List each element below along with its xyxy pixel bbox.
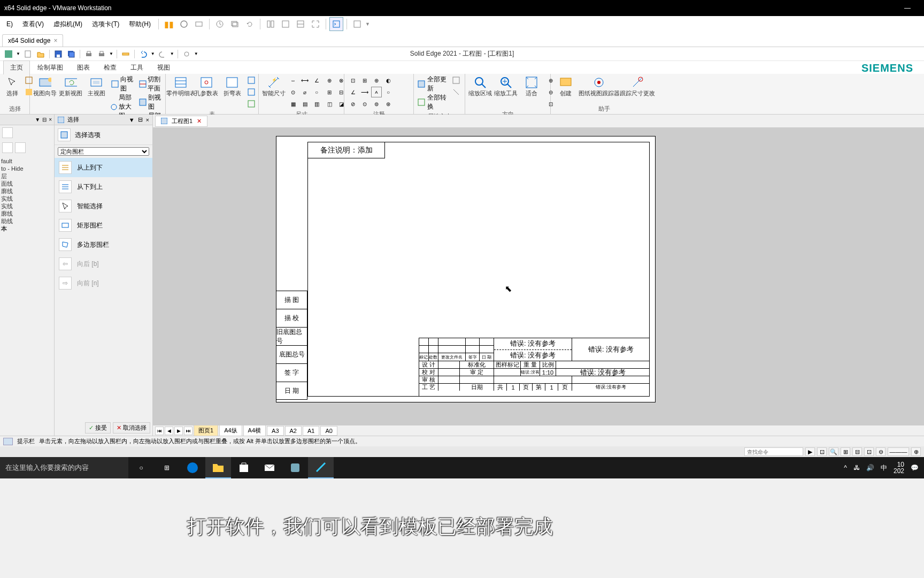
ann8-icon[interactable]: ○ [383,87,394,97]
tab-view[interactable]: 视图 [151,61,176,74]
app1-icon[interactable] [282,457,308,478]
dim8-icon[interactable]: ▤ [299,98,310,109]
update-views-button[interactable]: 更新视图 [59,75,82,97]
solidedge-icon[interactable] [308,457,334,478]
mail-icon[interactable] [257,457,282,478]
taskview-icon[interactable]: ⊞ [154,457,180,478]
tbl2-icon[interactable] [246,87,257,97]
sb5-icon[interactable]: ⊟ [852,447,862,456]
menu-help[interactable]: 帮助(H) [125,18,155,31]
sb7-icon[interactable]: ⊖ [876,447,886,456]
view1-icon[interactable] [264,17,278,31]
next-icon[interactable]: ▶ [174,427,183,435]
command-search[interactable] [744,447,803,456]
ime-indicator[interactable]: 中 [881,463,887,473]
sb-slider[interactable]: ——— [888,447,909,456]
sb8-icon[interactable]: ⊕ [911,447,921,456]
tab-inspect[interactable]: 检查 [97,61,123,74]
view2-icon[interactable] [279,17,292,31]
drawing-canvas[interactable]: 备注说明：添加 描 图 描 校 旧底图总号 底图总号 签 字 日 期 [153,127,924,425]
lp-tool2[interactable] [2,142,13,153]
menu-vm[interactable]: 虚拟机(M) [49,18,87,31]
sel-top-down[interactable]: 从上到下 [55,158,152,177]
tab-sketch[interactable]: 绘制草图 [31,61,70,74]
new-icon[interactable] [22,49,33,59]
sel-rect[interactable]: 矩形围栏 [55,216,152,235]
first-icon[interactable]: ⏮ [155,427,164,435]
menu-tabs[interactable]: 选项卡(T) [88,18,124,31]
notifications-icon[interactable]: 💬 [911,464,919,471]
cancel-button[interactable]: ✕取消选择 [113,422,150,434]
pt2-icon[interactable] [451,87,461,97]
ann9-icon[interactable]: ⊘ [348,98,358,109]
edge-icon[interactable] [180,457,205,478]
dim12-icon[interactable]: ⊞ [324,87,335,97]
taskbar-search[interactable]: 在这里输入你要搜索的内容 [0,457,128,478]
view3-icon[interactable] [294,17,307,31]
fit-button[interactable]: 适合 [520,75,543,97]
hole-table-button[interactable]: 孔参数表 [195,75,218,97]
aux-view-button[interactable]: 向视图 [110,75,137,93]
ann10-icon[interactable]: ⊙ [359,98,370,109]
pt1-icon[interactable] [451,75,461,86]
print-icon[interactable] [83,49,94,59]
feature-tree[interactable]: faultto - Hide层 面线廓线 实线实线 廓线助线本 [0,155,54,234]
tab-home[interactable]: 主页 [3,60,30,74]
dim10-icon[interactable]: ⊕ [324,75,335,86]
prev-icon[interactable]: ◀ [165,427,173,435]
save-all-icon[interactable] [66,49,76,59]
close-icon[interactable]: ✕ [197,118,202,125]
sheet-tab-a4v[interactable]: A4纵 [219,425,242,436]
close-icon[interactable]: × [146,117,149,123]
open-icon[interactable] [35,49,46,59]
ann6-icon[interactable]: ⟶ [359,87,370,97]
save-icon[interactable] [53,49,64,59]
redo-icon[interactable] [157,49,168,59]
lp-tool3[interactable] [15,142,26,153]
console-icon[interactable] [329,17,343,31]
last-icon[interactable]: ⏭ [184,427,192,435]
section-view-button[interactable]: 剖视图 [139,93,162,111]
dim5-icon[interactable]: ⌀ [299,87,310,97]
close-icon[interactable]: × [53,37,57,44]
tbl3-icon[interactable] [246,98,257,109]
lp-tool1[interactable] [2,127,13,138]
sel-smart[interactable]: 智能选择 [55,196,152,216]
convert-all-button[interactable]: 全部转换 [417,93,449,111]
fullscreen-icon[interactable] [309,17,322,31]
dim14-icon[interactable]: ◫ [324,98,335,109]
ann11-icon[interactable]: ⊚ [371,98,382,109]
sb3-icon[interactable]: 🔍 [829,447,838,456]
sheet-tab-a1[interactable]: A1 [303,426,319,436]
doc-tab[interactable]: 工程图1 ✕ [155,116,207,127]
dim2-icon[interactable]: ⟷ [299,75,310,86]
zoom-tool-button[interactable]: 缩放工具 [494,75,518,97]
sheet-tab-a0[interactable]: A0 [320,426,337,436]
clock-icon[interactable] [213,17,227,31]
sheet-tab-a3[interactable]: A3 [267,426,283,436]
ann7-icon[interactable]: A [371,87,382,97]
menu-edit[interactable]: E) [2,18,17,30]
sheet-tab-a4h[interactable]: A4横 [243,425,266,436]
close-icon[interactable]: × [49,117,52,123]
volume-icon[interactable]: 🔊 [866,464,874,471]
explorer-icon[interactable] [205,457,231,478]
select-button[interactable]: 选择 [3,75,21,97]
app-menu-icon[interactable] [3,49,14,59]
sel-bottom-up[interactable]: 从下到上 [55,177,152,196]
fence-select[interactable]: 定向围栏 [58,147,149,156]
sel-poly[interactable]: 多边形围栏 [55,235,152,254]
network-icon[interactable]: 🖧 [853,464,860,471]
revert-icon[interactable] [243,17,257,31]
ann2-icon[interactable]: ⊞ [359,75,370,86]
print2-icon[interactable] [96,49,107,59]
ruler-icon[interactable] [120,49,131,59]
tab-chart[interactable]: 图表 [71,61,96,74]
sb4-icon[interactable]: ⊞ [841,447,850,456]
snapshot-icon[interactable] [192,17,206,31]
ann5-icon[interactable]: ∠ [348,87,358,97]
refresh-icon[interactable] [181,49,192,59]
view-wizard-button[interactable]: 视图向导 [33,75,57,97]
undo-icon[interactable] [138,49,149,59]
smart-dim-button[interactable]: ⚡智能尺寸 [262,75,286,97]
